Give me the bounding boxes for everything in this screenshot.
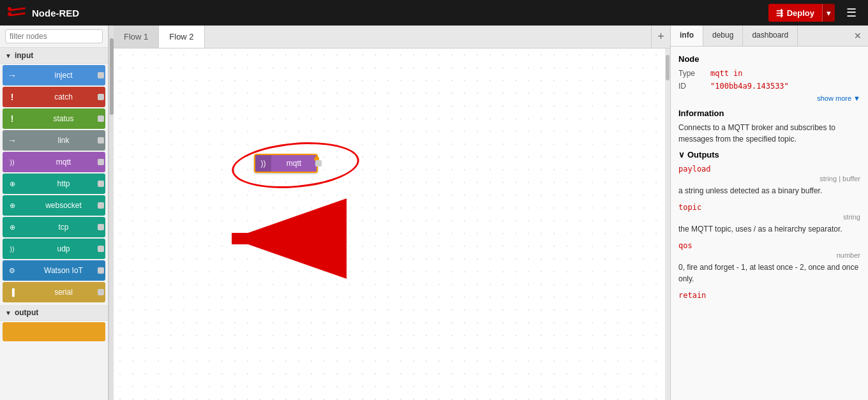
sidebar-item-inject[interactable]: → inject xyxy=(3,65,105,85)
serial-icon: ▐ xyxy=(3,282,22,302)
info-type-row: Type mqtt in xyxy=(678,69,860,78)
sidebar-item-udp[interactable]: )) udp xyxy=(3,239,105,259)
output-topic: topic string the MQTT topic, uses / as a… xyxy=(678,203,860,235)
sidebar-item-tcp[interactable]: ⊕ tcp xyxy=(3,217,105,237)
sidebar-item-http[interactable]: ⊕ http xyxy=(3,174,105,194)
http-icon: ⊕ xyxy=(3,174,22,194)
logo: Node-RED xyxy=(8,6,79,19)
output-topic-name: topic xyxy=(678,203,860,212)
websocket-icon: ⊕ xyxy=(3,195,22,216)
deploy-label: Deploy xyxy=(787,8,814,18)
section-header-output[interactable]: ▼ output xyxy=(0,305,108,321)
output-payload: payload string | buffer a string unless … xyxy=(678,165,860,196)
sidebar-search-area xyxy=(0,26,108,48)
canvas-mqtt-node[interactable]: )) mqtt xyxy=(254,154,318,173)
mqtt-label: mqtt xyxy=(22,158,105,167)
info-id-label: ID xyxy=(678,82,710,91)
sidebar-scrollbar[interactable] xyxy=(108,26,114,400)
deploy-button-wrap[interactable]: ⇶ Deploy ▾ xyxy=(768,4,835,22)
canvas-scroll-thumb xyxy=(666,55,670,80)
info-information-desc: Connects to a MQTT broker and subscribes… xyxy=(678,122,860,145)
canvas-scrollbar[interactable] xyxy=(665,48,670,400)
chevron-down-icon-output: ▼ xyxy=(5,309,11,316)
output-qos-type: number xyxy=(678,251,860,259)
output-retain-name: retain xyxy=(678,291,860,300)
add-flow-button[interactable]: + xyxy=(651,26,670,48)
search-input[interactable] xyxy=(5,29,103,43)
link-label: link xyxy=(22,136,105,145)
sidebar-item-websocket[interactable]: ⊕ websocket xyxy=(3,195,105,216)
info-outputs-header: ∨ Outputs xyxy=(678,150,860,159)
output-retain: retain xyxy=(678,291,860,300)
mqtt-port xyxy=(98,159,104,165)
flow-canvas[interactable]: )) mqtt xyxy=(114,48,665,400)
hamburger-menu-button[interactable]: ☰ xyxy=(842,3,860,22)
output-payload-type: string | buffer xyxy=(678,175,860,182)
header: Node-RED ⇶ Deploy ▾ ☰ xyxy=(0,0,868,26)
sidebar-nodes: → inject ! catch ! status → link )) xyxy=(0,64,108,400)
tab-flow2[interactable]: Flow 2 xyxy=(159,26,204,48)
websocket-label: websocket xyxy=(22,201,105,210)
tcp-label: tcp xyxy=(22,223,105,232)
link-port xyxy=(98,137,104,144)
catch-port xyxy=(98,94,104,100)
sidebar-item-catch[interactable]: ! catch xyxy=(3,87,105,107)
serial-label: serial xyxy=(22,288,105,297)
info-id-value: "100bb4a9.143533" xyxy=(710,82,789,91)
http-label: http xyxy=(22,179,105,188)
websocket-port xyxy=(98,202,104,209)
deploy-icon: ⇶ xyxy=(776,8,783,18)
output-payload-desc: a string unless detected as a binary buf… xyxy=(678,185,860,196)
logo-icon xyxy=(8,6,27,19)
deploy-dropdown-button[interactable]: ▾ xyxy=(822,4,835,22)
tab-info-label: info xyxy=(680,31,694,40)
output-qos-desc: 0, fire and forget - 1, at least once - … xyxy=(678,262,860,285)
tab-dashboard[interactable]: dashboard xyxy=(743,26,798,46)
udp-port xyxy=(98,246,104,252)
udp-icon: )) xyxy=(3,239,22,259)
main-layout: ▼ input → inject ! catch ! status → link xyxy=(0,26,868,400)
app-title: Node-RED xyxy=(32,8,79,19)
output-qos: qos number 0, fire and forget - 1, at le… xyxy=(678,241,860,285)
sidebar-item-output-placeholder[interactable] xyxy=(3,322,105,341)
status-label: status xyxy=(22,114,105,123)
tab-debug[interactable]: debug xyxy=(703,26,743,46)
outputs-title: Outputs xyxy=(687,150,719,159)
section-header-input[interactable]: ▼ input xyxy=(0,48,108,64)
output-payload-name: payload xyxy=(678,165,860,174)
sidebar-item-serial[interactable]: ▐ serial xyxy=(3,282,105,302)
deploy-button[interactable]: ⇶ Deploy xyxy=(768,4,822,22)
info-tabs: info debug dashboard ✕ xyxy=(671,26,868,47)
tab-flow1[interactable]: Flow 1 xyxy=(114,26,159,48)
sidebar: ▼ input → inject ! catch ! status → link xyxy=(0,26,108,400)
canvas-arrow xyxy=(225,226,334,251)
dashboard-close-button[interactable]: ✕ xyxy=(848,26,868,46)
info-information-title: Information xyxy=(678,108,860,118)
info-node-title: Node xyxy=(678,54,860,64)
info-type-label: Type xyxy=(678,69,710,78)
canvas-mqtt-node-dot-right xyxy=(315,160,322,167)
sidebar-item-mqtt[interactable]: )) mqtt xyxy=(3,152,105,172)
tcp-icon: ⊕ xyxy=(3,217,22,237)
catch-label: catch xyxy=(22,93,105,101)
output-topic-desc: the MQTT topic, uses / as a heirarchy se… xyxy=(678,223,860,235)
inject-label: inject xyxy=(22,71,105,80)
output-qos-name: qos xyxy=(678,241,860,250)
watson-iot-port xyxy=(98,267,104,274)
sidebar-item-link[interactable]: → link xyxy=(3,130,105,151)
link-icon: → xyxy=(3,130,22,151)
outputs-chevron: ∨ xyxy=(678,150,685,159)
flow-area: Flow 1 Flow 2 + )) mqtt xyxy=(114,26,670,400)
watson-iot-icon: ⚙ xyxy=(3,260,22,281)
sidebar-item-watson-iot[interactable]: ⚙ Watson IoT xyxy=(3,260,105,281)
http-port xyxy=(98,181,104,187)
tab-debug-label: debug xyxy=(712,31,733,40)
inject-icon: → xyxy=(3,65,22,85)
tab-info[interactable]: info xyxy=(671,26,703,46)
catch-icon: ! xyxy=(3,87,22,107)
show-more-link[interactable]: show more ▼ xyxy=(678,94,860,102)
section-input-label: input xyxy=(15,51,33,60)
sidebar-item-status[interactable]: ! status xyxy=(3,108,105,129)
status-icon: ! xyxy=(3,108,22,129)
inject-port xyxy=(98,72,104,78)
